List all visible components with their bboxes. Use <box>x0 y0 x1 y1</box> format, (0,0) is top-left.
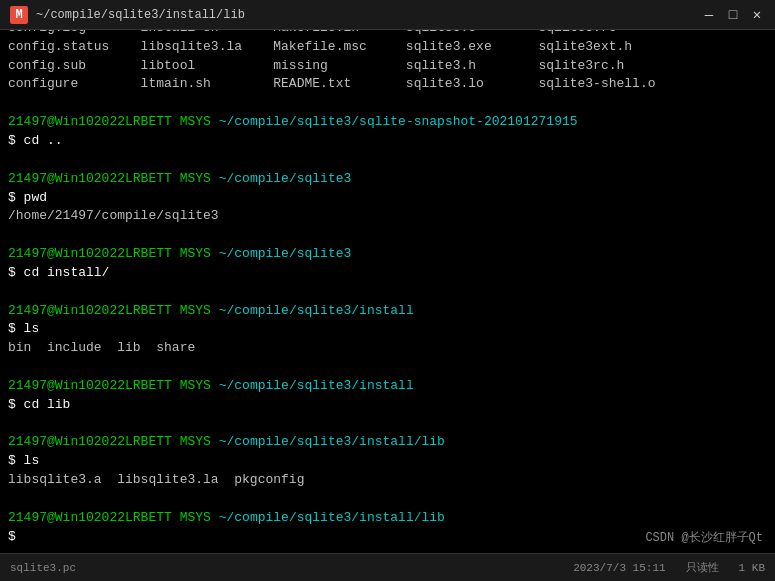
terminal-line: 21497@Win102022LRBETT MSYS ~/compile/sql… <box>8 170 767 189</box>
terminal-line <box>8 283 767 302</box>
status-bar-right: 2023/7/3 15:11 只读性 1 KB <box>573 560 765 575</box>
terminal-line: config.sub libtool missing sqlite3.h sql… <box>8 57 767 76</box>
status-bar-left: sqlite3.pc <box>10 562 573 574</box>
watermark: CSDN @长沙红胖子Qt <box>645 529 763 546</box>
terminal-line: 21497@Win102022LRBETT MSYS ~/compile/sql… <box>8 245 767 264</box>
status-date: 2023/7/3 15:11 <box>573 562 665 574</box>
terminal[interactable]: -bash: s: 未找到命令 21497@Win102022LRBETT MS… <box>0 30 775 553</box>
minimize-button[interactable]: — <box>701 7 717 23</box>
title-bar-controls: — □ ✕ <box>701 7 765 23</box>
terminal-line: 21497@Win102022LRBETT MSYS ~/compile/sql… <box>8 113 767 132</box>
title-bar-icon: M <box>10 6 28 24</box>
terminal-line: $ cd install/ <box>8 264 767 283</box>
terminal-line: config.status libsqlite3.la Makefile.msc… <box>8 38 767 57</box>
terminal-line: bin include lib share <box>8 339 767 358</box>
terminal-line: config.log install-sh Makefile.in sqlite… <box>8 30 767 38</box>
terminal-line: libsqlite3.a libsqlite3.la pkgconfig <box>8 471 767 490</box>
terminal-line: /home/21497/compile/sqlite3 <box>8 207 767 226</box>
terminal-line: $ ls <box>8 320 767 339</box>
terminal-line: $ pwd <box>8 189 767 208</box>
terminal-line: $ cd .. <box>8 132 767 151</box>
terminal-line: 21497@Win102022LRBETT MSYS ~/compile/sql… <box>8 509 767 528</box>
status-size: 1 KB <box>739 562 765 574</box>
terminal-line <box>8 226 767 245</box>
terminal-line: 21497@Win102022LRBETT MSYS ~/compile/sql… <box>8 433 767 452</box>
terminal-line: 21497@Win102022LRBETT MSYS ~/compile/sql… <box>8 302 767 321</box>
terminal-line <box>8 490 767 509</box>
terminal-line <box>8 94 767 113</box>
title-bar-title: ~/compile/sqlite3/install/lib <box>36 8 701 22</box>
terminal-line <box>8 358 767 377</box>
terminal-line: 21497@Win102022LRBETT MSYS ~/compile/sql… <box>8 377 767 396</box>
terminal-line: configure ltmain.sh README.txt sqlite3.l… <box>8 75 767 94</box>
terminal-line <box>8 415 767 434</box>
status-bar: sqlite3.pc 2023/7/3 15:11 只读性 1 KB <box>0 553 775 581</box>
maximize-button[interactable]: □ <box>725 7 741 23</box>
terminal-line: $ cd lib <box>8 396 767 415</box>
status-type: 只读性 <box>686 560 719 575</box>
terminal-line <box>8 151 767 170</box>
close-button[interactable]: ✕ <box>749 7 765 23</box>
terminal-line: $ ls <box>8 452 767 471</box>
title-bar: M ~/compile/sqlite3/install/lib — □ ✕ <box>0 0 775 30</box>
